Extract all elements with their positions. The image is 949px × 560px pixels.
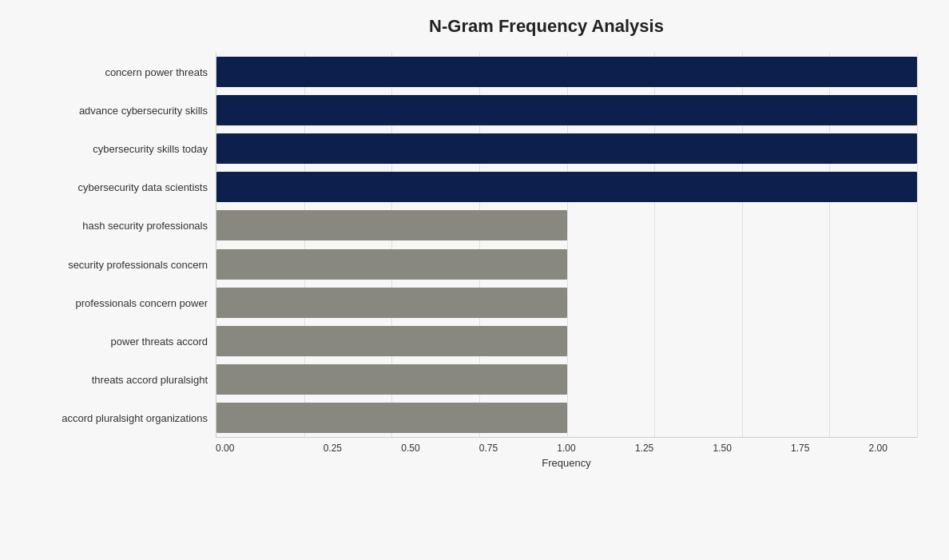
bar: [216, 57, 917, 87]
y-label: cybersecurity skills today: [16, 129, 216, 168]
bar: [216, 326, 567, 356]
bar-row: [216, 399, 917, 437]
bar-row: [216, 322, 917, 360]
x-tick: 0.75: [450, 443, 528, 454]
bar: [216, 133, 917, 164]
bar-row: [216, 284, 917, 322]
bar-row: [216, 360, 917, 399]
bar: [216, 172, 917, 202]
x-tick: 0.00: [216, 443, 294, 454]
y-label: advance cybersecurity skills: [16, 91, 216, 129]
y-label: cybersecurity data scientists: [16, 169, 216, 207]
x-tick: 1.75: [761, 443, 840, 454]
chart-area: concern power threatsadvance cybersecuri…: [16, 53, 917, 469]
chart-container: N-Gram Frequency Analysis concern power …: [0, 0, 949, 560]
bar-row: [216, 168, 917, 206]
plot-area: [216, 53, 917, 438]
bar-row: [216, 244, 917, 283]
bar: [216, 403, 567, 433]
chart-title: N-Gram Frequency Analysis: [16, 16, 917, 37]
x-tick: 2.00: [840, 443, 918, 454]
x-axis: 0.000.250.500.751.001.251.501.752.00: [16, 443, 917, 454]
y-label: accord pluralsight organizations: [16, 399, 216, 438]
x-tick: 1.25: [606, 443, 684, 454]
x-axis-label: Frequency: [16, 457, 917, 469]
bar: [216, 288, 567, 318]
bar: [216, 210, 567, 240]
y-label: hash security professionals: [16, 207, 216, 245]
y-label: power threats accord: [16, 322, 216, 360]
x-tick: 1.00: [527, 443, 606, 454]
x-tick: 0.25: [294, 443, 372, 454]
bar: [216, 249, 567, 280]
y-labels: concern power threatsadvance cybersecuri…: [16, 53, 216, 438]
bar-row: [216, 206, 917, 244]
y-label: professionals concern power: [16, 284, 216, 322]
y-label: concern power threats: [16, 53, 216, 91]
bar-row: [216, 53, 917, 91]
x-tick: 1.50: [683, 443, 761, 454]
grid-line: [917, 53, 918, 437]
bar: [216, 364, 567, 395]
x-tick: 0.50: [371, 443, 450, 454]
bar-row: [216, 91, 917, 129]
bar-row: [216, 129, 917, 168]
bar: [216, 95, 917, 125]
y-label: threats accord pluralsight: [16, 361, 216, 399]
bars-section: concern power threatsadvance cybersecuri…: [16, 53, 917, 438]
y-label: security professionals concern: [16, 245, 216, 284]
